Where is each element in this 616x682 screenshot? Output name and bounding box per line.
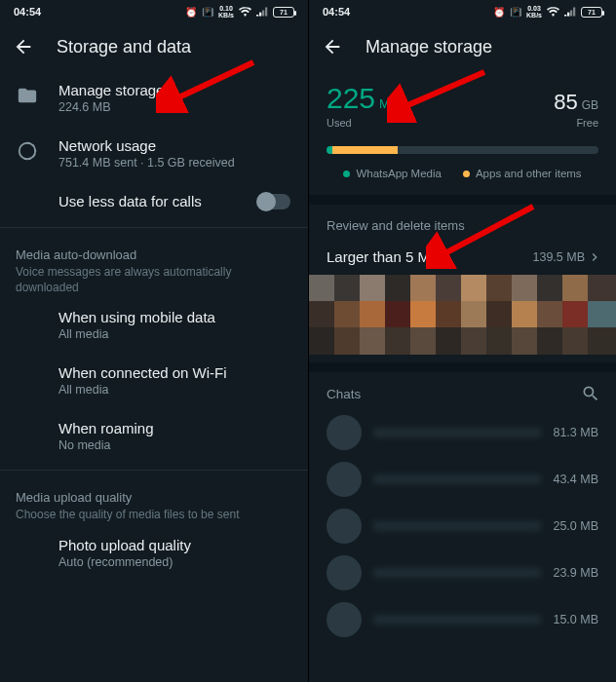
network-icon <box>16 139 39 163</box>
search-icon <box>581 384 600 403</box>
network-usage-sub: 751.4 MB sent · 1.5 GB received <box>58 156 235 170</box>
svg-rect-31 <box>436 327 461 355</box>
used-value: 225 <box>327 82 375 114</box>
network-speed: 0.03KB/s <box>526 5 542 19</box>
used-label: Used <box>327 117 399 129</box>
svg-rect-24 <box>562 301 588 327</box>
chat-size: 43.4 MB <box>553 473 598 486</box>
alarm-icon: ⏰ <box>493 7 505 18</box>
svg-rect-9 <box>486 275 512 301</box>
page-title: Manage storage <box>366 37 492 57</box>
svg-rect-25 <box>588 301 616 327</box>
chat-item[interactable]: 15.0 MB <box>309 596 616 643</box>
back-button[interactable] <box>6 29 41 64</box>
avatar <box>327 415 362 450</box>
storage-bar <box>327 146 598 154</box>
app-header: Manage storage <box>309 23 616 70</box>
legend-dot-whatsapp <box>343 170 350 177</box>
status-time: 04:54 <box>323 6 350 18</box>
free-label: Free <box>554 117 598 129</box>
svg-rect-13 <box>588 275 616 301</box>
avatar <box>327 602 362 637</box>
chat-size: 81.3 MB <box>553 426 598 439</box>
signal-icon <box>256 7 268 17</box>
chat-name-blurred <box>373 521 541 531</box>
roaming-item[interactable]: When roaming No media <box>0 408 308 464</box>
svg-rect-32 <box>461 327 486 355</box>
media-thumbnails[interactable] <box>309 275 616 355</box>
chat-item[interactable]: 23.9 MB <box>309 549 616 596</box>
svg-rect-12 <box>562 275 588 301</box>
back-button[interactable] <box>315 29 350 64</box>
chat-item[interactable]: 43.4 MB <box>309 456 616 503</box>
svg-rect-18 <box>410 301 436 327</box>
avatar <box>327 462 362 497</box>
svg-rect-30 <box>410 327 436 355</box>
search-button[interactable] <box>581 384 600 403</box>
vibrate-icon: 📳 <box>510 7 521 18</box>
section-divider <box>309 195 616 205</box>
used-unit: MB <box>379 96 399 111</box>
photo-quality-item[interactable]: Photo upload quality Auto (recommended) <box>0 525 308 581</box>
folder-icon <box>16 84 39 107</box>
chat-size: 25.0 MB <box>553 519 598 533</box>
chat-size: 15.0 MB <box>553 613 598 626</box>
network-usage-label: Network usage <box>58 137 235 154</box>
chat-name-blurred <box>373 474 541 484</box>
chat-name-blurred <box>373 568 541 578</box>
svg-rect-28 <box>360 327 385 355</box>
svg-rect-20 <box>461 301 486 327</box>
battery-indicator: 71 <box>273 7 294 18</box>
review-header: Review and delete items <box>309 205 616 241</box>
wifi-item[interactable]: When connected on Wi-Fi All media <box>0 353 308 408</box>
svg-rect-34 <box>512 327 537 355</box>
svg-rect-33 <box>486 327 512 355</box>
section-divider <box>309 362 616 372</box>
svg-rect-2 <box>309 275 334 301</box>
network-usage-item[interactable]: Network usage 751.4 MB sent · 1.5 GB rec… <box>0 126 308 181</box>
legend-dot-other <box>463 170 470 177</box>
chats-header: Chats <box>309 372 616 409</box>
chat-item[interactable]: 81.3 MB <box>309 409 616 456</box>
free-value: 85 <box>554 90 577 114</box>
use-less-data-label: Use less data for calls <box>58 193 202 209</box>
svg-rect-6 <box>410 275 436 301</box>
svg-rect-17 <box>385 301 410 327</box>
app-header: Storage and data <box>0 23 308 70</box>
free-unit: GB <box>582 98 598 112</box>
svg-rect-7 <box>436 275 461 301</box>
svg-rect-5 <box>385 275 410 301</box>
page-title: Storage and data <box>57 37 191 57</box>
svg-rect-36 <box>562 327 588 355</box>
divider <box>0 227 308 228</box>
chat-size: 23.9 MB <box>553 566 598 580</box>
vibrate-icon: 📳 <box>202 7 213 18</box>
status-bar: 04:54 ⏰ 📳 0.10KB/s 71 <box>0 0 308 23</box>
upload-quality-header: Media upload quality Choose the quality … <box>0 476 308 524</box>
svg-rect-14 <box>309 301 334 327</box>
svg-rect-23 <box>537 301 562 327</box>
media-autodownload-header: Media auto-download Voice messages are a… <box>0 234 308 297</box>
screen-manage-storage: 04:54 ⏰ 📳 0.03KB/s 71 Manage storage 225… <box>308 0 616 682</box>
svg-rect-4 <box>360 275 385 301</box>
use-less-data-switch[interactable] <box>257 194 290 209</box>
svg-rect-10 <box>512 275 537 301</box>
chevron-right-icon <box>587 249 602 265</box>
battery-indicator: 71 <box>581 7 602 18</box>
manage-storage-sub: 224.6 MB <box>58 100 164 114</box>
svg-rect-22 <box>512 301 537 327</box>
avatar <box>327 555 362 590</box>
chat-item[interactable]: 25.0 MB <box>309 503 616 549</box>
svg-rect-19 <box>436 301 461 327</box>
screen-storage-and-data: 04:54 ⏰ 📳 0.10KB/s 71 Storage and data M… <box>0 0 308 682</box>
manage-storage-label: Manage storage <box>58 82 164 98</box>
svg-rect-27 <box>334 327 360 355</box>
svg-rect-11 <box>537 275 562 301</box>
larger-than-5mb-item[interactable]: Larger than 5 MB 139.5 MB <box>309 241 616 275</box>
mobile-data-item[interactable]: When using mobile data All media <box>0 297 308 353</box>
svg-rect-8 <box>461 275 486 301</box>
use-less-data-item[interactable]: Use less data for calls <box>0 181 308 221</box>
chat-name-blurred <box>373 615 541 625</box>
manage-storage-item[interactable]: Manage storage 224.6 MB <box>0 70 308 126</box>
status-time: 04:54 <box>14 6 41 18</box>
